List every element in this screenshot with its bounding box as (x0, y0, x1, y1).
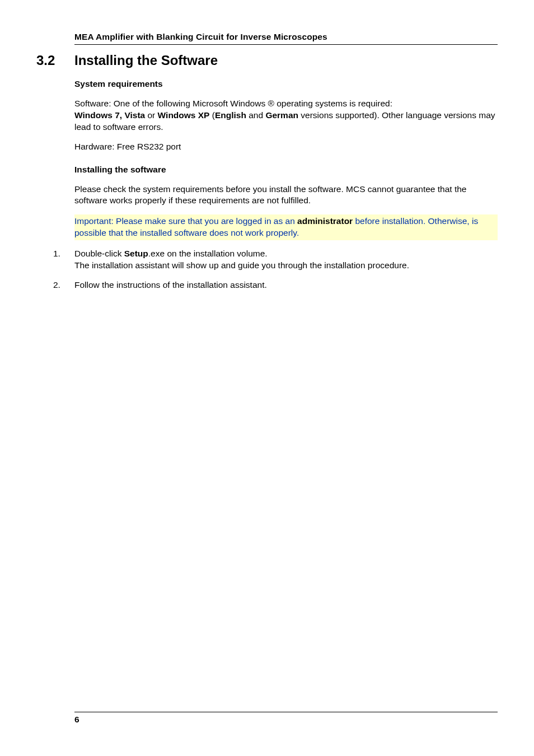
sysreq-heading: System requirements (74, 78, 498, 90)
body-content: System requirements Software: One of the… (74, 78, 498, 291)
install-precheck: Please check the system requirements bef… (74, 184, 498, 207)
text: and (246, 110, 265, 120)
os-list-a: Windows 7, Vista (74, 110, 145, 120)
footer: 6 (74, 712, 498, 725)
install-steps: 1. Double-click Setup.exe on the install… (53, 248, 498, 291)
page-number: 6 (74, 715, 79, 724)
sysreq-hardware: Hardware: Free RS232 port (74, 141, 498, 153)
text: or (145, 110, 157, 120)
lang-a: English (215, 110, 246, 120)
running-header: MEA Amplifier with Blanking Circuit for … (74, 32, 327, 41)
install-heading: Installing the software (74, 164, 498, 176)
text: ( (209, 110, 214, 120)
section-number: 3.2 (36, 53, 74, 68)
header-bar: MEA Amplifier with Blanking Circuit for … (74, 32, 498, 45)
step-number: 2. (53, 279, 74, 291)
section-heading: 3.2 Installing the Software (36, 53, 498, 68)
callout-pre: Important: Please make sure that you are… (74, 216, 297, 226)
text: Double-click (74, 249, 124, 258)
lang-b: German (265, 110, 298, 120)
setup-exe: Setup (124, 249, 148, 258)
list-item: 1. Double-click Setup.exe on the install… (53, 248, 498, 272)
list-item: 2. Follow the instructions of the instal… (53, 279, 498, 291)
step-text: Follow the instructions of the installat… (74, 279, 498, 291)
important-callout: Important: Please make sure that you are… (74, 214, 498, 240)
page: MEA Amplifier with Blanking Circuit for … (0, 0, 534, 756)
text: Software: One of the following Microsoft… (74, 99, 392, 108)
os-list-b: Windows XP (158, 110, 210, 120)
sysreq-software: Software: One of the following Microsoft… (74, 98, 498, 133)
callout-admin: administrator (297, 216, 353, 226)
step-number: 1. (53, 248, 74, 272)
section-title: Installing the Software (74, 53, 218, 68)
text: Follow the instructions of the installat… (74, 280, 267, 290)
step-text: Double-click Setup.exe on the installati… (74, 248, 498, 272)
